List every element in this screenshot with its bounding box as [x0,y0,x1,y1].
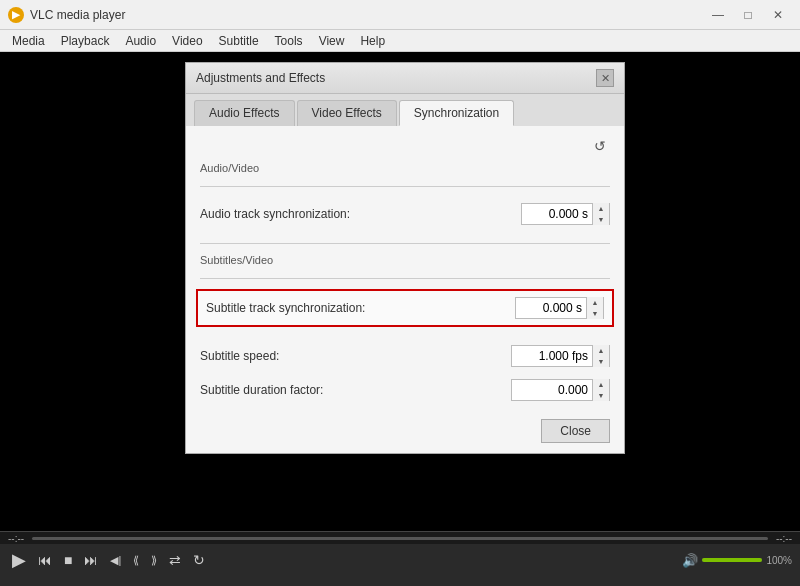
stop-button[interactable]: ■ [60,550,76,570]
audio-track-sync-input[interactable] [522,204,592,224]
menu-video[interactable]: Video [164,32,210,50]
slow-button[interactable]: ⟪ [129,552,143,569]
subtitle-speed-input[interactable] [512,346,592,366]
subtitle-duration-input[interactable] [512,380,592,400]
subtitle-duration-down-button[interactable]: ▼ [593,390,609,401]
subtitle-speed-down-button[interactable]: ▼ [593,356,609,367]
dialog-close-icon-button[interactable]: ✕ [596,69,614,87]
subtitle-track-spin-buttons: ▲ ▼ [586,297,603,319]
section-divider-2 [200,243,610,244]
maximize-button[interactable]: □ [734,4,762,26]
subtitle-track-down-button[interactable]: ▼ [587,308,603,319]
subtitle-speed-label: Subtitle speed: [200,349,511,363]
controls-row: ▶ ⏮ ■ ⏭ ◀| ⟪ ⟫ ⇄ ↻ 🔊 100% [0,544,800,576]
subtitle-track-sync-highlight: Subtitle track synchronization: ▲ ▼ [196,289,614,327]
next-button[interactable]: ⏭ [80,550,102,570]
subtitle-duration-row: Subtitle duration factor: ▲ ▼ [200,373,610,407]
loop-button[interactable]: ↻ [189,550,209,570]
menu-media[interactable]: Media [4,32,53,50]
volume-area: 🔊 100% [682,553,792,568]
close-window-button[interactable]: ✕ [764,4,792,26]
subtitle-track-up-button[interactable]: ▲ [587,297,603,308]
subtitle-speed-spin-buttons: ▲ ▼ [592,345,609,367]
subtitle-duration-up-button[interactable]: ▲ [593,379,609,390]
tab-video-effects[interactable]: Video Effects [297,100,397,126]
reset-button[interactable]: ↺ [590,136,610,156]
progress-track[interactable] [32,537,768,540]
menu-playback[interactable]: Playback [53,32,118,50]
audio-video-section: Audio/Video Audio track synchronization:… [200,162,610,231]
subtitle-duration-label: Subtitle duration factor: [200,383,511,397]
subtitle-speed-spinner: ▲ ▼ [511,345,610,367]
audio-track-sync-row: Audio track synchronization: ▲ ▼ [200,197,610,231]
app-icon: ▶ [8,7,24,23]
volume-label: 100% [766,555,792,566]
play-button[interactable]: ▶ [8,547,30,573]
dialog-title: Adjustments and Effects [196,71,325,85]
section-divider-1 [200,186,610,187]
volume-fill [702,558,762,562]
volume-icon: 🔊 [682,553,698,568]
section-divider-3 [200,278,610,279]
progress-time-left: --:-- [8,533,24,544]
volume-bar[interactable] [702,558,762,562]
subtitle-speed-up-button[interactable]: ▲ [593,345,609,356]
shuffle-button[interactable]: ⇄ [165,550,185,570]
audio-track-sync-spinner: ▲ ▼ [521,203,610,225]
menu-audio[interactable]: Audio [117,32,164,50]
subtitle-track-sync-row: Subtitle track synchronization: ▲ ▼ [206,297,604,319]
progress-bar-area: --:-- --:-- [0,532,800,544]
subtitles-video-section: Subtitles/Video Subtitle track synchroni… [200,254,610,407]
dialog-title-bar: Adjustments and Effects ✕ [186,63,624,94]
audio-track-up-button[interactable]: ▲ [593,203,609,214]
adjustments-dialog: Adjustments and Effects ✕ Audio Effects … [185,62,625,454]
subtitle-speed-row: Subtitle speed: ▲ ▼ [200,339,610,373]
audio-track-spin-buttons: ▲ ▼ [592,203,609,225]
audio-video-label: Audio/Video [200,162,610,176]
title-bar: ▶ VLC media player — □ ✕ [0,0,800,30]
progress-time-right: --:-- [776,533,792,544]
app-title: VLC media player [30,8,704,22]
tabs-container: Audio Effects Video Effects Synchronizat… [186,94,624,126]
audio-track-sync-label: Audio track synchronization: [200,207,521,221]
dialog-content: ↺ Audio/Video Audio track synchronizatio… [186,126,624,453]
main-area: Adjustments and Effects ✕ Audio Effects … [0,52,800,531]
prev-button[interactable]: ⏮ [34,550,56,570]
tab-audio-effects[interactable]: Audio Effects [194,100,295,126]
subtitle-duration-spinner: ▲ ▼ [511,379,610,401]
tab-synchronization[interactable]: Synchronization [399,100,514,126]
menu-subtitle[interactable]: Subtitle [211,32,267,50]
menu-tools[interactable]: Tools [267,32,311,50]
minimize-button[interactable]: — [704,4,732,26]
reset-row: ↺ [200,136,610,156]
subtitle-track-sync-label: Subtitle track synchronization: [206,301,515,315]
subtitles-video-label: Subtitles/Video [200,254,610,268]
close-dialog-button[interactable]: Close [541,419,610,443]
bottom-controls: --:-- --:-- ▶ ⏮ ■ ⏭ ◀| ⟪ ⟫ ⇄ ↻ 🔊 100% [0,531,800,586]
close-button-row: Close [200,419,610,443]
subtitle-duration-spin-buttons: ▲ ▼ [592,379,609,401]
audio-track-down-button[interactable]: ▼ [593,214,609,225]
subtitle-track-sync-spinner: ▲ ▼ [515,297,604,319]
subtitle-track-sync-input[interactable] [516,298,586,318]
menu-bar: Media Playback Audio Video Subtitle Tool… [0,30,800,52]
fast-button[interactable]: ⟫ [147,552,161,569]
menu-view[interactable]: View [311,32,353,50]
menu-help[interactable]: Help [352,32,393,50]
frame-back-button[interactable]: ◀| [106,552,125,569]
window-controls: — □ ✕ [704,4,792,26]
